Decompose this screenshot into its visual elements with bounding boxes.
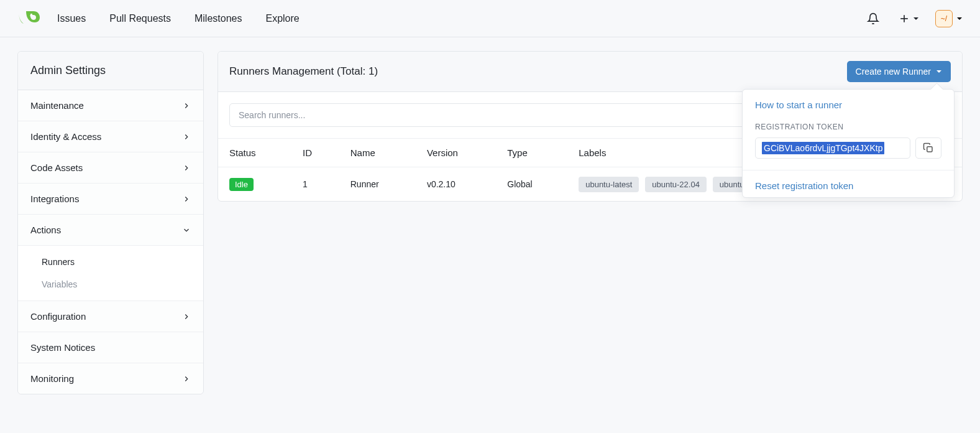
sidebar-item-identity-access[interactable]: Identity & Access [18,121,203,152]
copy-token-button[interactable] [915,137,941,159]
nav-links: Issues Pull Requests Milestones Explore [57,13,300,24]
sidebar-item-actions[interactable]: Actions [18,215,203,246]
create-runner-popover: How to start a runner REGISTRATION TOKEN… [742,89,955,198]
sidebar-sub-runners[interactable]: Runners [18,251,203,273]
col-type: Type [496,139,567,167]
chevron-right-icon [182,312,191,321]
sidebar-item-maintenance[interactable]: Maintenance [18,90,203,121]
create-runner-label: Create new Runner [856,67,931,77]
chevron-right-icon [182,101,191,110]
col-status: Status [218,139,291,167]
cell-type: Global [496,167,567,202]
sidebar-item-monitoring[interactable]: Monitoring [18,363,203,394]
sidebar-item-label: Monitoring [30,373,74,384]
sidebar-title: Admin Settings [18,52,203,90]
nav-issues[interactable]: Issues [57,13,86,24]
chevron-right-icon [182,164,191,172]
notifications-button[interactable] [864,10,882,27]
nav-pull-requests[interactable]: Pull Requests [109,13,171,24]
chevron-down-icon [182,226,191,235]
panel-header: Runners Management (Total: 1) Create new… [218,52,962,92]
nav-explore[interactable]: Explore [265,13,299,24]
how-to-start-link[interactable]: How to start a runner [743,90,954,116]
plus-icon [898,12,910,25]
col-id: ID [291,139,339,167]
page-title: Runners Management (Total: 1) [229,65,378,78]
cell-id: 1 [291,167,339,202]
caret-down-icon [956,16,963,22]
status-badge: Idle [229,178,254,191]
sidebar-item-integrations[interactable]: Integrations [18,184,203,215]
chevron-right-icon [182,133,191,141]
gitea-logo-icon [17,10,40,27]
bell-icon [867,12,879,25]
sidebar-item-label: Actions [30,225,61,235]
caret-down-icon [913,16,919,22]
caret-down-icon [936,68,942,75]
cell-version: v0.2.10 [416,167,496,202]
avatar: ~/ [935,10,953,27]
token-input[interactable]: GCiBVLao6rdvLjjgTGpt4JXKtp [755,137,910,159]
admin-sidebar: Admin Settings Maintenance Identity & Ac… [17,51,204,394]
col-version: Version [416,139,496,167]
sidebar-sub-actions: Runners Variables [18,246,203,301]
sidebar-item-label: Configuration [30,311,86,322]
sidebar-item-code-assets[interactable]: Code Assets [18,152,203,184]
nav-milestones[interactable]: Milestones [195,13,242,24]
svg-rect-3 [927,147,932,152]
nav-right: ~/ [864,10,963,27]
create-runner-button[interactable]: Create new Runner [847,61,951,82]
sidebar-item-label: Identity & Access [30,131,101,142]
label-chip: ubuntu-22.04 [645,177,707,192]
sidebar-item-configuration[interactable]: Configuration [18,301,203,332]
chevron-right-icon [182,195,191,203]
token-value: GCiBVLao6rdvLjjgTGpt4JXKtp [762,142,884,154]
main-layout: Admin Settings Maintenance Identity & Ac… [0,37,980,408]
runners-panel: Runners Management (Total: 1) Create new… [218,51,963,202]
token-section: REGISTRATION TOKEN GCiBVLao6rdvLjjgTGpt4… [743,116,954,170]
label-chip: ubuntu-latest [579,177,639,192]
reset-token-link[interactable]: Reset registration token [743,170,954,197]
top-nav: Issues Pull Requests Milestones Explore … [0,0,980,37]
sidebar-item-label: Integrations [30,193,79,204]
svg-rect-0 [30,14,32,16]
cell-name: Runner [339,167,416,202]
create-menu-button[interactable] [895,10,922,27]
logo[interactable] [17,10,40,27]
copy-icon [923,142,934,154]
col-name: Name [339,139,416,167]
chevron-right-icon [182,375,191,383]
sidebar-sub-variables[interactable]: Variables [18,273,203,296]
sidebar-item-system-notices[interactable]: System Notices [18,332,203,363]
sidebar-item-label: Maintenance [30,100,84,111]
sidebar-item-label: System Notices [30,342,95,353]
sidebar-item-label: Code Assets [30,162,83,173]
user-menu-button[interactable]: ~/ [935,10,963,27]
token-label: REGISTRATION TOKEN [755,123,941,131]
